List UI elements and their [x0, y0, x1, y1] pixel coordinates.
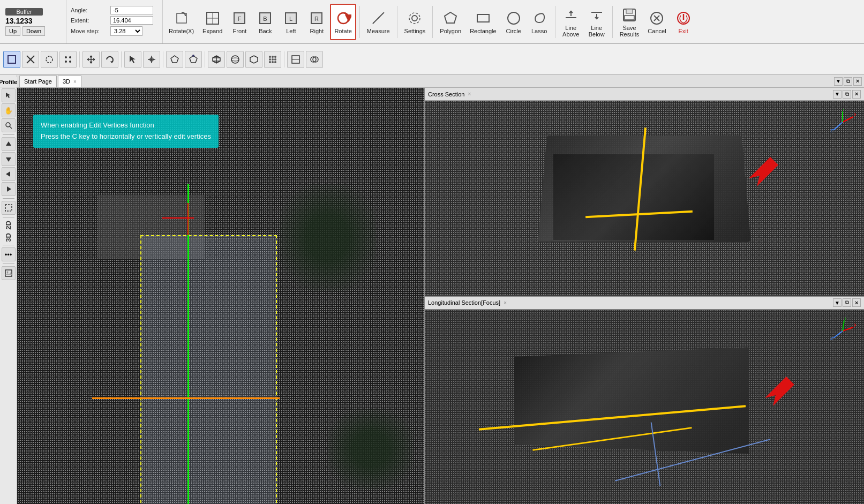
side-view-button[interactable]	[287, 51, 304, 68]
rectangle-label: Rectangle	[470, 28, 497, 34]
move-up-button[interactable]	[2, 137, 16, 151]
rotate-x-button[interactable]: Rotate(X)	[165, 4, 198, 40]
measure-button[interactable]: Measure	[363, 4, 394, 40]
rotate-tool-button[interactable]	[101, 51, 118, 68]
expand-button[interactable]: Expand	[199, 4, 226, 40]
circle-button[interactable]: Circle	[501, 4, 526, 40]
3d-tab[interactable]: 3D ×	[58, 76, 81, 87]
sidebar-sep-4	[3, 245, 14, 245]
back-button[interactable]: B Back	[253, 4, 277, 40]
svg-point-35	[69, 61, 71, 63]
box-select-button[interactable]	[2, 201, 16, 215]
exit-icon	[675, 10, 692, 27]
svg-point-32	[65, 56, 67, 58]
dot-pattern-button[interactable]	[264, 51, 281, 68]
longitudinal-close[interactable]: ×	[504, 300, 507, 306]
sphere-tool-button[interactable]	[227, 51, 244, 68]
svg-line-59	[10, 126, 12, 129]
tab-close-all-btn[interactable]: ✕	[853, 77, 862, 86]
polygon-button[interactable]: Polygon	[436, 4, 465, 40]
cross-hair-button[interactable]	[143, 51, 160, 68]
svg-point-49	[272, 58, 274, 61]
ls-close[interactable]: ✕	[852, 298, 861, 307]
left-button[interactable]: L Left	[279, 4, 303, 40]
crosshair-red-v	[187, 203, 189, 235]
up-down-buttons: Up Down	[5, 26, 63, 36]
save-results-button[interactable]: SaveResults	[616, 4, 643, 40]
longitudinal-content[interactable]: X Y Z	[425, 310, 864, 505]
front-button[interactable]: F Front	[227, 4, 252, 40]
line-above-button[interactable]: LineAbove	[559, 4, 583, 40]
lasso-button[interactable]: Lasso	[527, 4, 552, 40]
angle-row: Angle:	[71, 6, 158, 14]
circle-icon	[505, 10, 522, 27]
move-step-label: Move step:	[71, 28, 108, 34]
rotate-button[interactable]: Rotate	[330, 4, 356, 40]
ls-dropdown[interactable]: ▼	[833, 298, 842, 307]
views-main: When enabling Edit Vertices function Pre…	[17, 88, 864, 504]
3d-tab-close[interactable]: ×	[73, 79, 77, 85]
cs-float[interactable]: ⧉	[843, 90, 851, 99]
vertex-edit-button[interactable]	[166, 51, 183, 68]
exit-button[interactable]: Exit	[671, 4, 696, 40]
expand-icon	[204, 10, 221, 27]
svg-point-62	[6, 272, 8, 273]
tab-dropdown-btn[interactable]: ▼	[834, 77, 843, 86]
svg-point-50	[274, 58, 276, 61]
cancel-button[interactable]: Cancel	[644, 4, 670, 40]
hex-tool-button[interactable]	[245, 51, 262, 68]
image-btn[interactable]	[2, 266, 16, 280]
cross-section-close[interactable]: ×	[468, 91, 471, 97]
line-below-button[interactable]: LineBelow	[584, 4, 609, 40]
view-3d[interactable]: When enabling Edit Vertices function Pre…	[17, 88, 425, 504]
dot-select-button[interactable]	[59, 51, 77, 68]
move-left-button[interactable]	[2, 167, 16, 181]
extra-btn-1[interactable]: •••	[2, 247, 16, 261]
cs-close[interactable]: ✕	[852, 90, 861, 99]
angle-input[interactable]	[110, 6, 153, 14]
svg-point-58	[6, 123, 10, 127]
cross-select-button[interactable]	[22, 51, 39, 68]
svg-point-42	[231, 56, 239, 63]
rectangle-button[interactable]: Rectangle	[466, 4, 500, 40]
svg-point-31	[46, 56, 52, 63]
start-page-tab[interactable]: Start Page	[19, 76, 57, 87]
st-sep-4	[205, 51, 205, 67]
views-container: Start Page 3D × ▼ ⧉ ✕	[17, 75, 864, 504]
overlay-button[interactable]	[306, 51, 323, 68]
rect-select-button[interactable]	[3, 51, 20, 68]
settings-button[interactable]: Settings	[401, 4, 430, 40]
move-tool-button[interactable]	[82, 51, 100, 68]
buffer-label: Buffer	[5, 8, 43, 16]
cube-tool-button[interactable]	[208, 51, 225, 68]
cross-section-content[interactable]: X Y Z	[425, 101, 864, 296]
back-icon: B	[257, 10, 274, 27]
lasso2-button[interactable]	[41, 51, 58, 68]
3d-mode-label[interactable]: 3D	[4, 232, 12, 243]
vertex-edit2-button[interactable]	[185, 51, 202, 68]
svg-marker-39	[171, 56, 178, 63]
up-button[interactable]: Up	[5, 26, 20, 36]
ls-structure	[514, 347, 749, 454]
circle-label: Circle	[506, 28, 521, 34]
select-arrow-button[interactable]	[124, 51, 141, 68]
tab-float-btn[interactable]: ⧉	[844, 77, 852, 86]
zoom-tool-button[interactable]	[2, 118, 16, 132]
svg-marker-15	[445, 12, 456, 23]
move-step-select[interactable]: 3.28 1.64 6.56	[110, 26, 142, 36]
move-down-button[interactable]	[2, 152, 16, 166]
cs-dropdown[interactable]: ▼	[833, 90, 842, 99]
st-sep-5	[284, 51, 284, 67]
down-button[interactable]: Down	[22, 26, 45, 36]
move-right-button[interactable]	[2, 182, 16, 196]
toolbar-buttons-group: Rotate(X) Expand F Front	[163, 0, 862, 43]
right-button[interactable]: R Right	[304, 4, 329, 40]
pan-tool-button[interactable]: ✋	[2, 103, 16, 117]
2d-mode-label[interactable]: 2D	[4, 220, 12, 231]
st-sep-2	[121, 51, 122, 67]
ls-float[interactable]: ⧉	[843, 298, 851, 307]
sidebar-sep-2	[3, 198, 14, 199]
rotate-x-label: Rotate(X)	[169, 28, 194, 34]
extent-input[interactable]	[110, 16, 153, 25]
cursor-tool-button[interactable]	[2, 88, 16, 102]
